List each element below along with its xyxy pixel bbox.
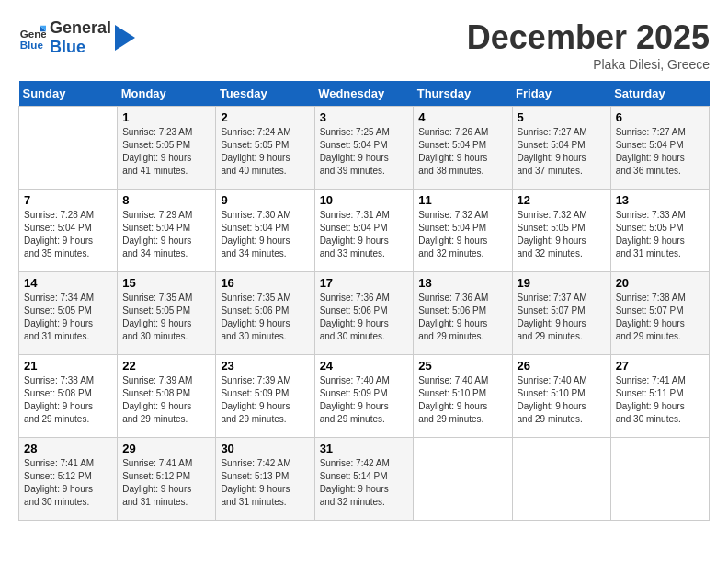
day-number: 8	[122, 193, 210, 207]
day-info: Sunrise: 7:39 AM Sunset: 5:08 PM Dayligh…	[122, 374, 210, 426]
calendar-week-1: 1Sunrise: 7:23 AM Sunset: 5:05 PM Daylig…	[19, 107, 710, 190]
day-number: 13	[616, 193, 704, 207]
day-number: 19	[518, 276, 606, 290]
calendar-cell: 16Sunrise: 7:35 AM Sunset: 5:06 PM Dayli…	[216, 272, 314, 355]
day-number: 11	[418, 193, 506, 207]
day-number: 21	[24, 359, 112, 373]
day-info: Sunrise: 7:32 AM Sunset: 5:04 PM Dayligh…	[418, 209, 506, 260]
day-info: Sunrise: 7:41 AM Sunset: 5:12 PM Dayligh…	[24, 457, 112, 509]
calendar-cell: 3Sunrise: 7:25 AM Sunset: 5:04 PM Daylig…	[314, 107, 414, 190]
weekday-header-friday: Friday	[512, 81, 610, 107]
day-number: 24	[320, 359, 409, 373]
weekday-header-wednesday: Wednesday	[314, 81, 414, 107]
calendar-cell: 18Sunrise: 7:36 AM Sunset: 5:06 PM Dayli…	[414, 272, 512, 355]
day-info: Sunrise: 7:29 AM Sunset: 5:04 PM Dayligh…	[122, 209, 210, 260]
calendar-cell: 31Sunrise: 7:42 AM Sunset: 5:14 PM Dayli…	[314, 438, 414, 521]
calendar-cell: 14Sunrise: 7:34 AM Sunset: 5:05 PM Dayli…	[19, 272, 118, 355]
day-number: 1	[122, 110, 210, 124]
calendar-cell: 26Sunrise: 7:40 AM Sunset: 5:10 PM Dayli…	[512, 355, 610, 438]
calendar-cell	[610, 438, 709, 521]
day-info: Sunrise: 7:28 AM Sunset: 5:04 PM Dayligh…	[24, 209, 112, 260]
calendar-week-2: 7Sunrise: 7:28 AM Sunset: 5:04 PM Daylig…	[19, 190, 710, 272]
day-info: Sunrise: 7:38 AM Sunset: 5:08 PM Dayligh…	[24, 374, 112, 426]
weekday-header-row: SundayMondayTuesdayWednesdayThursdayFrid…	[19, 81, 710, 107]
day-info: Sunrise: 7:41 AM Sunset: 5:12 PM Dayligh…	[122, 457, 210, 509]
calendar-cell: 7Sunrise: 7:28 AM Sunset: 5:04 PM Daylig…	[19, 190, 118, 272]
calendar-cell: 9Sunrise: 7:30 AM Sunset: 5:04 PM Daylig…	[216, 190, 314, 272]
day-info: Sunrise: 7:24 AM Sunset: 5:05 PM Dayligh…	[221, 126, 309, 178]
day-number: 23	[221, 359, 309, 373]
day-number: 9	[221, 193, 309, 207]
day-number: 3	[320, 110, 409, 124]
day-number: 12	[518, 193, 606, 207]
day-info: Sunrise: 7:27 AM Sunset: 5:04 PM Dayligh…	[518, 126, 606, 178]
day-info: Sunrise: 7:42 AM Sunset: 5:13 PM Dayligh…	[221, 457, 309, 509]
location-subtitle: Plaka Dilesi, Greece	[467, 57, 710, 72]
day-number: 22	[122, 359, 210, 373]
calendar-cell: 4Sunrise: 7:26 AM Sunset: 5:04 PM Daylig…	[414, 107, 512, 190]
calendar-cell: 11Sunrise: 7:32 AM Sunset: 5:04 PM Dayli…	[414, 190, 512, 272]
calendar-cell: 6Sunrise: 7:27 AM Sunset: 5:04 PM Daylig…	[610, 107, 709, 190]
calendar-cell: 24Sunrise: 7:40 AM Sunset: 5:09 PM Dayli…	[314, 355, 414, 438]
day-number: 4	[418, 110, 506, 124]
day-info: Sunrise: 7:23 AM Sunset: 5:05 PM Dayligh…	[122, 126, 210, 178]
day-info: Sunrise: 7:25 AM Sunset: 5:04 PM Dayligh…	[320, 126, 409, 178]
day-info: Sunrise: 7:42 AM Sunset: 5:14 PM Dayligh…	[320, 457, 409, 509]
calendar-cell: 23Sunrise: 7:39 AM Sunset: 5:09 PM Dayli…	[216, 355, 314, 438]
day-info: Sunrise: 7:35 AM Sunset: 5:06 PM Dayligh…	[221, 292, 309, 343]
day-info: Sunrise: 7:36 AM Sunset: 5:06 PM Dayligh…	[418, 292, 506, 343]
day-info: Sunrise: 7:41 AM Sunset: 5:11 PM Dayligh…	[616, 374, 704, 426]
svg-marker-4	[115, 25, 135, 51]
calendar-week-3: 14Sunrise: 7:34 AM Sunset: 5:05 PM Dayli…	[19, 272, 710, 355]
calendar-cell: 30Sunrise: 7:42 AM Sunset: 5:13 PM Dayli…	[216, 438, 314, 521]
calendar-cell: 10Sunrise: 7:31 AM Sunset: 5:04 PM Dayli…	[314, 190, 414, 272]
weekday-header-monday: Monday	[118, 81, 216, 107]
weekday-header-thursday: Thursday	[414, 81, 512, 107]
day-number: 25	[418, 359, 506, 373]
day-info: Sunrise: 7:32 AM Sunset: 5:05 PM Dayligh…	[518, 209, 606, 260]
calendar-cell: 25Sunrise: 7:40 AM Sunset: 5:10 PM Dayli…	[414, 355, 512, 438]
day-number: 5	[518, 110, 606, 124]
calendar-cell: 13Sunrise: 7:33 AM Sunset: 5:05 PM Dayli…	[610, 190, 709, 272]
calendar-cell: 15Sunrise: 7:35 AM Sunset: 5:05 PM Dayli…	[118, 272, 216, 355]
logo-arrow-icon	[115, 25, 135, 51]
day-info: Sunrise: 7:31 AM Sunset: 5:04 PM Dayligh…	[320, 209, 409, 260]
day-number: 30	[221, 442, 309, 455]
day-info: Sunrise: 7:39 AM Sunset: 5:09 PM Dayligh…	[221, 374, 309, 426]
logo-text-blue: Blue	[50, 38, 111, 57]
calendar-cell	[19, 107, 118, 190]
calendar-week-5: 28Sunrise: 7:41 AM Sunset: 5:12 PM Dayli…	[19, 438, 710, 521]
calendar-cell	[512, 438, 610, 521]
calendar-cell: 27Sunrise: 7:41 AM Sunset: 5:11 PM Dayli…	[610, 355, 709, 438]
calendar-table: SundayMondayTuesdayWednesdayThursdayFrid…	[18, 81, 710, 521]
day-number: 16	[221, 276, 309, 290]
day-info: Sunrise: 7:38 AM Sunset: 5:07 PM Dayligh…	[616, 292, 704, 343]
calendar-cell: 17Sunrise: 7:36 AM Sunset: 5:06 PM Dayli…	[314, 272, 414, 355]
day-info: Sunrise: 7:26 AM Sunset: 5:04 PM Dayligh…	[418, 126, 506, 178]
calendar-cell: 1Sunrise: 7:23 AM Sunset: 5:05 PM Daylig…	[118, 107, 216, 190]
month-title: December 2025	[467, 18, 710, 57]
calendar-cell: 5Sunrise: 7:27 AM Sunset: 5:04 PM Daylig…	[512, 107, 610, 190]
logo-icon: General Blue	[18, 24, 46, 52]
calendar-cell: 29Sunrise: 7:41 AM Sunset: 5:12 PM Dayli…	[118, 438, 216, 521]
day-info: Sunrise: 7:40 AM Sunset: 5:10 PM Dayligh…	[518, 374, 606, 426]
day-info: Sunrise: 7:27 AM Sunset: 5:04 PM Dayligh…	[616, 126, 704, 178]
calendar-cell: 2Sunrise: 7:24 AM Sunset: 5:05 PM Daylig…	[216, 107, 314, 190]
day-number: 27	[616, 359, 704, 373]
calendar-cell: 28Sunrise: 7:41 AM Sunset: 5:12 PM Dayli…	[19, 438, 118, 521]
day-info: Sunrise: 7:40 AM Sunset: 5:09 PM Dayligh…	[320, 374, 409, 426]
calendar-cell: 21Sunrise: 7:38 AM Sunset: 5:08 PM Dayli…	[19, 355, 118, 438]
day-number: 14	[24, 276, 112, 290]
day-number: 18	[418, 276, 506, 290]
day-number: 17	[320, 276, 409, 290]
day-info: Sunrise: 7:33 AM Sunset: 5:05 PM Dayligh…	[616, 209, 704, 260]
day-number: 28	[24, 442, 112, 455]
day-number: 2	[221, 110, 309, 124]
day-number: 31	[320, 442, 409, 455]
day-number: 29	[122, 442, 210, 455]
day-info: Sunrise: 7:36 AM Sunset: 5:06 PM Dayligh…	[320, 292, 409, 343]
day-number: 26	[518, 359, 606, 373]
calendar-cell: 19Sunrise: 7:37 AM Sunset: 5:07 PM Dayli…	[512, 272, 610, 355]
day-info: Sunrise: 7:30 AM Sunset: 5:04 PM Dayligh…	[221, 209, 309, 260]
logo: General Blue General Blue	[18, 18, 135, 57]
